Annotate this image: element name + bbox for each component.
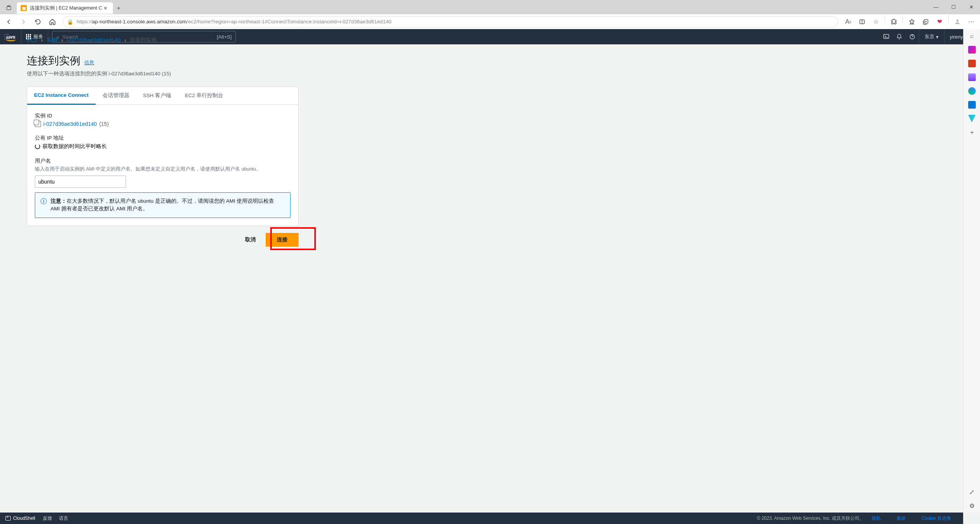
breadcrumb-sep: › [124, 37, 126, 43]
page-scroll[interactable]: EC2 › 实例 › i-027d36ae3d61ed140 › 连接到实例 连… [0, 29, 963, 513]
more-menu-icon[interactable]: ⋯ [965, 15, 978, 28]
username-description: 输入在用于启动实例的 AMI 中定义的用户名。如果您未定义自定义用户名，请使用默… [35, 166, 291, 172]
tab-actions-icon[interactable] [2, 2, 15, 14]
close-window-button[interactable]: ✕ [962, 0, 980, 14]
sidebar-app-3-icon[interactable] [968, 73, 976, 81]
svg-point-4 [956, 20, 959, 22]
browser-tabbar: ▣ 连接到实例 | EC2 Management C ✕ ＋ — ☐ ✕ [0, 0, 980, 14]
svg-rect-0 [7, 7, 11, 10]
copyright-text: © 2023, Amazon Web Services, Inc. 或其关联公司… [757, 515, 864, 522]
window-controls: — ☐ ✕ [927, 0, 980, 14]
breadcrumb-sep: › [61, 37, 63, 43]
info-link[interactable]: 信息 [84, 59, 94, 66]
tab-session-manager[interactable]: 会话管理器 [96, 87, 136, 104]
minimize-button[interactable]: — [927, 0, 945, 14]
url-path: /ec2/home?region=ap-northeast-1#ConnectT… [186, 19, 391, 24]
maximize-button[interactable]: ☐ [945, 0, 962, 14]
instance-id-suffix: (15) [99, 121, 109, 127]
sidebar-app-4-icon[interactable] [968, 87, 976, 95]
connect-panel: EC2 Instance Connect 会话管理器 SSH 客户端 EC2 串… [27, 86, 299, 226]
url-box[interactable]: 🔒 https://ap-northeast-1.console.aws.ama… [63, 16, 838, 28]
info-icon: i [41, 198, 47, 204]
read-aloud-icon[interactable]: A)) [842, 15, 855, 28]
tab-title: 连接到实例 | EC2 Management C [30, 5, 102, 11]
donate-icon[interactable]: ❤ [933, 15, 946, 28]
connect-tabs: EC2 Instance Connect 会话管理器 SSH 客户端 EC2 串… [27, 87, 298, 105]
sidebar-add-icon[interactable]: ＋ [968, 129, 976, 136]
info-alert: i 注意：在大多数情况下，默认用户名 ubuntu 是正确的。不过，请阅读您的 … [35, 192, 291, 218]
sidebar-app-6-icon[interactable] [968, 115, 976, 122]
alert-text: 在大多数情况下，默认用户名 ubuntu 是正确的。不过，请阅读您的 AMI 使… [51, 198, 274, 212]
breadcrumb-current: 连接到实例 [130, 37, 157, 44]
aws-footer: CloudShell 反馈 语言 © 2023, Amazon Web Serv… [0, 513, 963, 524]
tab-close-icon[interactable]: ✕ [102, 5, 109, 11]
breadcrumb-instances[interactable]: 实例 [47, 37, 57, 44]
favorites-list-icon[interactable] [905, 15, 918, 28]
svg-rect-1 [8, 6, 10, 7]
aws-favicon-icon: ▣ [21, 5, 27, 11]
extensions-icon[interactable] [887, 15, 900, 28]
public-ip-loading-text: 获取数据的时间比平时略长 [42, 143, 107, 150]
sidebar-gear-icon[interactable]: ⚙ [968, 502, 976, 509]
sidebar-app-1-icon[interactable] [968, 46, 976, 54]
feedback-link[interactable]: 反馈 [43, 515, 52, 522]
page-content: EC2 › 实例 › i-027d36ae3d61ed140 › 连接到实例 连… [0, 29, 528, 247]
sidebar-settings-icon[interactable]: ⤢ [968, 488, 976, 496]
sidebar-app-5-icon[interactable] [968, 101, 976, 109]
sidebar-search-icon[interactable]: ⌕ [968, 32, 976, 40]
breadcrumb-sep: › [41, 37, 43, 43]
alert-prefix: 注意： [51, 198, 67, 204]
cookie-link[interactable]: Cookie 首选项 [921, 516, 951, 521]
breadcrumb: EC2 › 实例 › i-027d36ae3d61ed140 › 连接到实例 [27, 37, 528, 44]
forward-button[interactable] [17, 15, 30, 28]
tab-ec2-instance-connect[interactable]: EC2 Instance Connect [27, 87, 96, 105]
username-label: 用户名 [35, 158, 291, 164]
browser-tab-active[interactable]: ▣ 连接到实例 | EC2 Management C ✕ [17, 2, 113, 14]
browser-chrome: ▣ 连接到实例 | EC2 Management C ✕ ＋ — ☐ ✕ 🔒 h… [0, 0, 980, 29]
cancel-button[interactable]: 取消 [240, 233, 261, 246]
copy-instance-id-button[interactable] [35, 121, 41, 127]
cloudshell-icon [5, 516, 11, 521]
page-title: 连接到实例 [27, 54, 80, 68]
panel-body: 实例 ID i-027d36ae3d61ed140 (15) 公有 IP 地址 … [27, 105, 298, 226]
instance-id-label: 实例 ID [35, 112, 291, 119]
connect-button[interactable]: 连接 [266, 233, 299, 247]
profile-icon[interactable] [951, 15, 964, 28]
back-button[interactable] [2, 15, 15, 28]
breadcrumb-instance-id[interactable]: i-027d36ae3d61ed140 [67, 37, 121, 43]
breadcrumb-ec2[interactable]: EC2 [27, 37, 37, 43]
loading-spinner-icon [35, 144, 40, 149]
edge-sidebar: ⌕ ＋ ⤢ ⚙ [963, 29, 980, 513]
public-ip-label: 公有 IP 地址 [35, 135, 291, 142]
instance-id-link[interactable]: i-027d36ae3d61ed140 [43, 121, 97, 127]
url-prefix: https:// [77, 19, 92, 24]
enter-immersive-icon[interactable] [856, 15, 869, 28]
collections-icon[interactable] [919, 15, 932, 28]
favorite-icon[interactable]: ☆ [869, 15, 882, 28]
url-host: ap-northeast-1.console.aws.amazon.com [92, 19, 187, 24]
privacy-link[interactable]: 隐私 [872, 516, 881, 521]
username-input[interactable] [35, 176, 126, 188]
home-button[interactable] [46, 15, 59, 28]
tab-serial-console[interactable]: EC2 串行控制台 [178, 87, 230, 104]
new-tab-button[interactable]: ＋ [113, 2, 124, 14]
cloudshell-label: CloudShell [13, 516, 35, 521]
refresh-button[interactable] [31, 15, 44, 28]
tab-ssh-client[interactable]: SSH 客户端 [136, 87, 178, 104]
sidebar-app-2-icon[interactable] [968, 60, 976, 67]
cloudshell-button[interactable]: CloudShell [5, 516, 35, 521]
browser-addressbar: 🔒 https://ap-northeast-1.console.aws.ama… [0, 14, 980, 29]
language-link[interactable]: 语言 [59, 515, 68, 522]
alert-message: 注意：在大多数情况下，默认用户名 ubuntu 是正确的。不过，请阅读您的 AM… [51, 197, 285, 213]
lock-icon: 🔒 [67, 19, 74, 25]
page-subtitle: 使用以下一种选项连接到您的实例 i-027d36ae3d61ed140 (15) [27, 70, 528, 77]
terms-link[interactable]: 条款 [897, 516, 906, 521]
